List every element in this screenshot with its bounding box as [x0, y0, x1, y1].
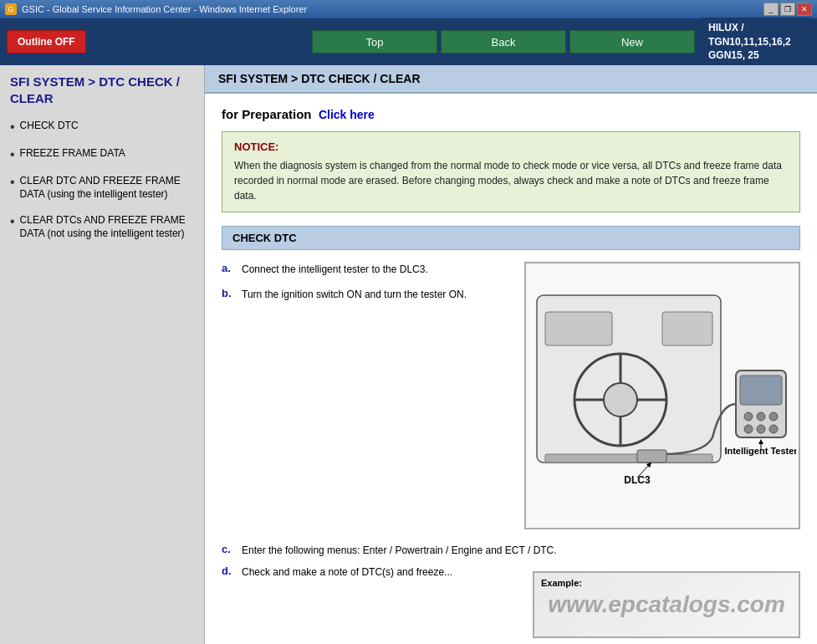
- notice-label: NOTICE:: [234, 141, 788, 153]
- notice-box: NOTICE: When the diagnosis system is cha…: [222, 131, 800, 212]
- new-button[interactable]: New: [569, 30, 695, 54]
- step-c: c. Enter the following menus: Enter / Po…: [222, 543, 800, 558]
- bullet-icon: •: [10, 120, 15, 134]
- toolbar: Outline OFF Top Back New HILUX /TGN10,11…: [0, 18, 817, 65]
- svg-rect-7: [545, 312, 612, 345]
- title-bar: G GSIC - Global Service Information Cent…: [0, 0, 817, 18]
- sidebar-item-clear-dtc-notester[interactable]: • CLEAR DTCs AND FREEZE FRAME DATA (not …: [10, 214, 194, 240]
- svg-text:Intelligent Tester: Intelligent Tester: [724, 446, 796, 456]
- bullet-icon: •: [10, 148, 15, 161]
- example-label: Example:: [541, 578, 582, 588]
- sidebar-item-label: CLEAR DTC AND FREEZE FRAME DATA (using t…: [20, 175, 194, 201]
- step-d: d. Check and make a note of DTC(s) and f…: [222, 565, 519, 580]
- minimize-button[interactable]: _: [763, 3, 779, 16]
- svg-rect-18: [637, 450, 666, 463]
- svg-point-13: [757, 412, 765, 421]
- close-button[interactable]: ✕: [797, 3, 812, 16]
- title-bar-text: GSIC - Global Service Information Center…: [22, 4, 758, 14]
- bullet-icon: •: [10, 215, 15, 228]
- step-letter-d: d.: [222, 565, 235, 577]
- step-d-row: d. Check and make a note of DTC(s) and f…: [222, 565, 800, 638]
- sidebar-item-clear-dtc-tester[interactable]: • CLEAR DTC AND FREEZE FRAME DATA (using…: [10, 175, 194, 201]
- watermark-text: www.epcatalogs.com: [548, 591, 785, 618]
- svg-point-16: [757, 425, 765, 433]
- sidebar-navigation: • CHECK DTC • FREEZE FRAME DATA • CLEAR …: [10, 120, 194, 240]
- content-breadcrumb: SFI SYSTEM > DTC CHECK / CLEAR: [205, 65, 817, 94]
- diagram-box: DLC3 Intelligent Tester: [524, 262, 800, 529]
- step-text-c: Enter the following menus: Enter / Power…: [242, 543, 557, 558]
- diagram-svg: DLC3 Intelligent Tester: [528, 270, 796, 521]
- example-box: Example: www.epcatalogs.com: [533, 571, 800, 638]
- svg-text:DLC3: DLC3: [624, 474, 651, 486]
- svg-point-17: [769, 425, 778, 433]
- sidebar: SFI SYSTEM > DTC CHECK / CLEAR • CHECK D…: [0, 65, 205, 644]
- step-letter-a: a.: [222, 262, 235, 274]
- top-button[interactable]: Top: [312, 30, 437, 54]
- window-controls: _ ❐ ✕: [763, 3, 812, 16]
- notice-text: When the diagnosis system is changed fro…: [234, 158, 788, 203]
- back-button[interactable]: Back: [441, 30, 566, 54]
- vehicle-info: HILUX /TGN10,11,15,16,2GGN15, 25: [702, 18, 810, 66]
- outline-button[interactable]: Outline OFF: [7, 30, 86, 54]
- sidebar-item-label: CLEAR DTCs AND FREEZE FRAME DATA (not us…: [20, 214, 194, 240]
- sidebar-item-label: CHECK DTC: [20, 120, 79, 133]
- step-text-d: Check and make a note of DTC(s) and free…: [242, 565, 452, 580]
- svg-rect-9: [545, 454, 712, 463]
- main-layout: SFI SYSTEM > DTC CHECK / CLEAR • CHECK D…: [0, 65, 817, 644]
- prep-heading: for Preparation Click here: [222, 107, 800, 121]
- bullet-icon: •: [10, 176, 15, 189]
- content-wrapper: SFI SYSTEM > DTC CHECK / CLEAR for Prepa…: [205, 65, 817, 644]
- step-b: b. Turn the ignition switch ON and turn …: [222, 287, 511, 302]
- section-header-check-dtc: CHECK DTC: [222, 226, 800, 250]
- svg-rect-8: [662, 312, 712, 345]
- content-body[interactable]: for Preparation Click here NOTICE: When …: [205, 94, 817, 644]
- app-icon: G: [5, 3, 17, 15]
- step-letter-b: b.: [222, 287, 235, 299]
- sidebar-item-check-dtc[interactable]: • CHECK DTC: [10, 120, 194, 134]
- step-text-b: Turn the ignition switch ON and turn the…: [242, 287, 467, 302]
- steps-column: a. Connect the intelligent tester to the…: [222, 262, 511, 529]
- step-a: a. Connect the intelligent tester to the…: [222, 262, 511, 277]
- svg-point-2: [604, 383, 637, 417]
- svg-point-15: [744, 425, 753, 433]
- sidebar-item-freeze-frame[interactable]: • FREEZE FRAME DATA: [10, 147, 194, 161]
- sidebar-item-label: FREEZE FRAME DATA: [20, 147, 125, 161]
- click-here-link[interactable]: Click here: [319, 108, 375, 121]
- step-text-a: Connect the intelligent tester to the DL…: [242, 262, 428, 277]
- step-letter-c: c.: [222, 543, 235, 555]
- sidebar-title: SFI SYSTEM > DTC CHECK / CLEAR: [10, 74, 194, 106]
- steps-image-row: a. Connect the intelligent tester to the…: [222, 262, 800, 529]
- svg-point-14: [769, 412, 778, 421]
- restore-button[interactable]: ❐: [780, 3, 795, 16]
- svg-rect-11: [740, 376, 782, 405]
- svg-point-12: [744, 412, 753, 421]
